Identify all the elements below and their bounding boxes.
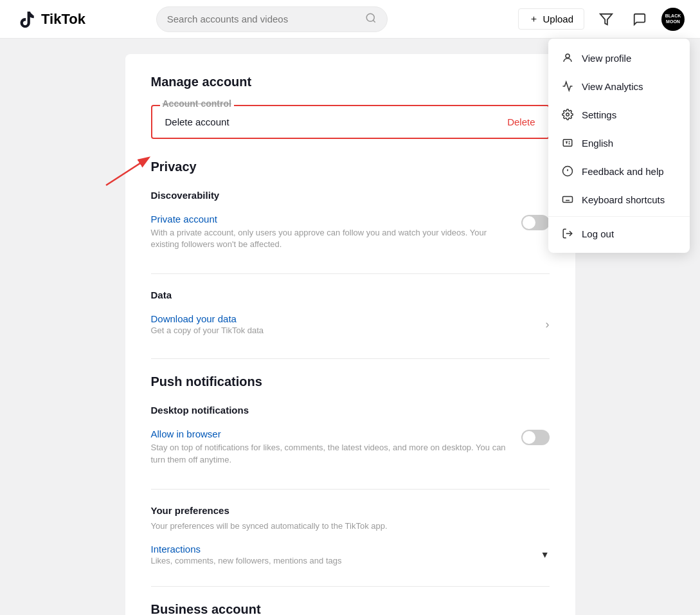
- private-account-row: Private account With a private account, …: [151, 206, 550, 258]
- settings-icon: [561, 108, 574, 121]
- download-data-info: Download your data Get a copy of your Ti…: [151, 313, 264, 335]
- search-bar: [156, 6, 388, 32]
- tiktok-logo-icon: [15, 9, 36, 30]
- svg-marker-2: [600, 14, 612, 24]
- push-notifications-title: Push notifications: [151, 374, 550, 389]
- upload-label: Upload: [543, 14, 573, 24]
- analytics-icon: [561, 80, 574, 93]
- preferences-heading: Your preferences: [151, 505, 550, 516]
- message-icon-button[interactable]: [628, 8, 651, 31]
- divider-3: [151, 489, 550, 490]
- private-account-label[interactable]: Private account: [151, 214, 508, 225]
- manage-account-title: Manage account: [151, 75, 550, 89]
- dropdown-item-english[interactable]: English: [548, 129, 690, 157]
- annotation-arrow: [100, 153, 157, 194]
- dropdown-label-settings: Settings: [582, 109, 616, 120]
- divider-2: [151, 358, 550, 359]
- dropdown-item-logout[interactable]: Log out: [548, 219, 690, 248]
- delete-account-link[interactable]: Delete: [507, 116, 535, 127]
- chevron-down-icon: ▼: [541, 549, 550, 560]
- logo[interactable]: TikTok: [15, 9, 85, 30]
- feedback-icon: [561, 165, 574, 178]
- interactions-info: Interactions Likes, comments, new follow…: [151, 544, 342, 565]
- logo-text: TikTok: [41, 11, 85, 28]
- dropdown-item-view-analytics[interactable]: View Analytics: [548, 72, 690, 100]
- dropdown-menu: View profile View Analytics Settings Eng…: [548, 39, 690, 253]
- allow-browser-info: Allow in browser Stay on top of notifica…: [151, 428, 521, 465]
- interactions-sub: Likes, comments, new followers, mentions…: [151, 556, 342, 565]
- discoverability-heading: Discoverability: [151, 190, 550, 201]
- plus-icon: ＋: [529, 13, 539, 25]
- account-control-label: Account control: [160, 98, 234, 109]
- dropdown-item-keyboard-shortcuts[interactable]: Keyboard shortcuts: [548, 185, 690, 214]
- header: TikTok ＋ Upload BLACKMOON: [0, 0, 700, 39]
- svg-point-4: [566, 113, 570, 116]
- search-input[interactable]: [167, 14, 360, 24]
- upload-button[interactable]: ＋ Upload: [518, 8, 584, 30]
- filter-icon-button[interactable]: [595, 8, 618, 31]
- svg-rect-9: [563, 197, 573, 203]
- svg-line-1: [373, 20, 375, 22]
- desktop-notifications-heading: Desktop notifications: [151, 405, 550, 416]
- data-heading: Data: [151, 289, 550, 300]
- private-account-toggle[interactable]: [521, 215, 550, 230]
- interactions-row[interactable]: Interactions Likes, comments, new follow…: [151, 538, 550, 571]
- allow-browser-toggle[interactable]: [521, 430, 550, 445]
- dropdown-label-feedback: Feedback and help: [582, 166, 664, 177]
- dropdown-item-view-profile[interactable]: View profile: [548, 44, 690, 72]
- header-actions: ＋ Upload BLACKMOON: [518, 8, 685, 31]
- svg-point-3: [566, 54, 570, 58]
- divider-4: [151, 586, 550, 587]
- privacy-title: Privacy: [151, 160, 550, 174]
- allow-browser-label[interactable]: Allow in browser: [151, 428, 508, 439]
- avatar-text: BLACKMOON: [665, 14, 681, 24]
- svg-rect-5: [563, 140, 572, 147]
- logout-icon: [561, 227, 574, 240]
- dropdown-label-keyboard-shortcuts: Keyboard shortcuts: [582, 194, 665, 205]
- download-data-row[interactable]: Download your data Get a copy of your Ti…: [151, 306, 550, 343]
- business-account-title: Business account: [151, 602, 550, 615]
- dropdown-divider: [548, 216, 690, 217]
- preferences-desc: Your preferences will be synced automati…: [151, 521, 550, 531]
- search-icon[interactable]: [365, 12, 377, 26]
- private-account-desc: With a private account, only users you a…: [151, 227, 508, 250]
- download-data-sub: Get a copy of your TikTok data: [151, 326, 264, 335]
- allow-browser-desc: Stay on top of notifications for likes, …: [151, 442, 508, 465]
- interactions-label: Interactions: [151, 544, 342, 555]
- svg-line-12: [106, 158, 148, 185]
- download-data-title: Download your data: [151, 313, 264, 324]
- allow-browser-row: Allow in browser Stay on top of notifica…: [151, 421, 550, 473]
- account-control-box: Account control Delete account Delete: [151, 105, 550, 139]
- dropdown-item-settings[interactable]: Settings: [548, 100, 690, 129]
- person-icon: [561, 51, 574, 64]
- dropdown-label-view-profile: View profile: [582, 53, 631, 64]
- dropdown-label-english: English: [582, 138, 613, 149]
- private-account-info: Private account With a private account, …: [151, 214, 521, 250]
- dropdown-label-logout: Log out: [582, 228, 614, 239]
- language-icon: [561, 136, 574, 149]
- chevron-right-icon: ›: [546, 318, 550, 331]
- avatar[interactable]: BLACKMOON: [661, 8, 685, 31]
- settings-panel: Manage account Account control Delete ac…: [125, 54, 575, 615]
- keyboard-icon: [561, 193, 574, 206]
- dropdown-label-view-analytics: View Analytics: [582, 81, 643, 92]
- divider-1: [151, 273, 550, 274]
- dropdown-item-feedback[interactable]: Feedback and help: [548, 157, 690, 185]
- svg-point-0: [366, 14, 374, 21]
- delete-account-text: Delete account: [165, 116, 229, 127]
